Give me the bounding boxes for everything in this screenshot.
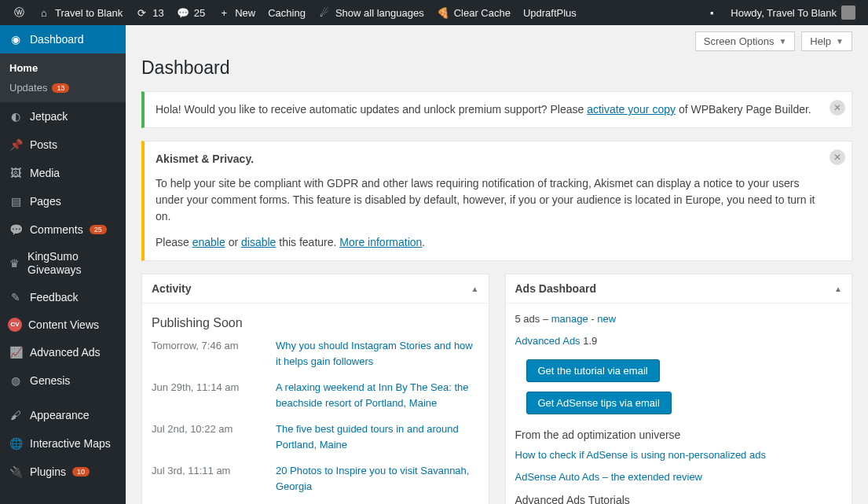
plug-icon: 🔌	[8, 464, 24, 480]
updates-badge: 13	[52, 83, 69, 93]
activity-metabox: Activity ▲ Publishing Soon Tomorrow, 7:4…	[141, 274, 489, 504]
wordpress-icon: ⓦ	[13, 6, 25, 19]
advanced-ads-link[interactable]: Advanced Ads	[515, 335, 580, 347]
ads-manage-link[interactable]: manage	[551, 313, 588, 325]
menu-pages[interactable]: ▤Pages	[0, 187, 126, 215]
refresh-icon: ⟳	[135, 6, 148, 19]
ads-dashboard-title: Ads Dashboard	[515, 282, 596, 295]
dismiss-notice-button[interactable]: ✕	[830, 100, 845, 116]
dismiss-notice-button[interactable]: ✕	[830, 149, 845, 165]
ads-new-link[interactable]: new	[597, 313, 616, 325]
post-link[interactable]: 20 Photos to Inspire you to visit Savann…	[276, 463, 479, 494]
menu-feedback[interactable]: ✎Feedback	[0, 283, 126, 311]
submenu-dashboard: Home Updates13	[0, 53, 126, 102]
menu-plugins[interactable]: 🔌Plugins10	[0, 458, 126, 486]
menu-posts[interactable]: 📌Posts	[0, 131, 126, 159]
akismet-enable-link[interactable]: enable	[192, 236, 225, 248]
ads-dashboard-header[interactable]: Ads Dashboard ▲	[506, 274, 852, 304]
howdy-label: Howdy, Travel To Blank	[731, 7, 837, 19]
caret-down-icon: ▼	[836, 37, 844, 46]
get-tutorial-button[interactable]: Get the tutorial via email	[526, 359, 660, 382]
publishing-soon-heading: Publishing Soon	[152, 316, 479, 330]
notice-wpbakery: Hola! Would you like to receive automati…	[141, 91, 852, 128]
ads-article-link[interactable]: AdSense Auto Ads – the extended review	[515, 471, 703, 483]
post-timestamp: Jul 3rd, 11:11 am	[152, 463, 269, 479]
comments-adminbar[interactable]: 💬25	[170, 0, 211, 25]
feedback-icon: ✎	[8, 289, 24, 305]
wp-logo[interactable]: ⓦ	[6, 0, 31, 25]
post-timestamp: Jul 2nd, 10:22 am	[152, 421, 269, 437]
updraftplus[interactable]: UpdraftPlus	[517, 0, 583, 25]
clear-cache[interactable]: 🍕Clear Cache	[430, 0, 517, 25]
my-account[interactable]: Howdy, Travel To Blank	[724, 0, 862, 25]
ad-optimization-heading: From the ad optimization universe	[515, 429, 843, 441]
notice-akismet: Akismet & Privacy. To help your site be …	[141, 141, 852, 261]
collapse-toggle-icon[interactable]: ▲	[834, 285, 842, 293]
caching-label: Caching	[268, 7, 306, 19]
submenu-home[interactable]: Home	[0, 58, 126, 78]
akismet-disable-link[interactable]: disable	[241, 236, 276, 248]
publishing-soon-item: Jul 3rd, 11:11 am20 Photos to Inspire yo…	[152, 463, 479, 494]
pizza-icon: 🍕	[437, 6, 449, 19]
akismet-more-info-link[interactable]: More information	[339, 236, 422, 248]
comment-icon: 💬	[8, 222, 24, 237]
akismet-heading: Akismet & Privacy.	[156, 151, 822, 167]
chart-icon: 📈	[8, 344, 24, 360]
submenu-updates[interactable]: Updates13	[0, 78, 126, 97]
updates-adminbar[interactable]: ⟳13	[129, 0, 170, 25]
menu-appearance[interactable]: 🖌Appearance	[0, 401, 126, 429]
site-name-label: Travel to Blank	[55, 7, 123, 19]
screen-options-button[interactable]: Screen Options▼	[695, 31, 796, 51]
menu-genesis[interactable]: ◍Genesis	[0, 366, 126, 395]
activate-copy-link[interactable]: activate your copy	[587, 103, 676, 116]
menu-kingsumo[interactable]: ♛KingSumo Giveaways	[0, 244, 126, 283]
new-label: New	[235, 7, 255, 19]
notifications-adminbar[interactable]: ▪	[699, 0, 724, 25]
post-link[interactable]: The five best guided tours in and around…	[276, 421, 479, 452]
post-link[interactable]: Why you should Instagram Stories and how…	[276, 338, 479, 369]
post-link[interactable]: A relaxing weekend at Inn By The Sea: th…	[276, 380, 479, 410]
pages-icon: ▤	[8, 193, 24, 209]
menu-advanced-ads[interactable]: 📈Advanced Ads	[0, 338, 126, 366]
activity-title: Activity	[152, 282, 192, 295]
clear-cache-label: Clear Cache	[454, 7, 511, 19]
admin-sidebar: ◉Dashboard Home Updates13 ◐Jetpack 📌Post…	[0, 25, 126, 504]
main-content: Screen Options▼ Help▼ Dashboard Hola! Wo…	[126, 25, 868, 504]
plugins-badge: 10	[72, 467, 90, 476]
media-icon: 🖼	[8, 165, 24, 181]
menu-interactive-maps[interactable]: 🌐Interactive Maps	[0, 429, 126, 458]
show-lang-label: Show all languages	[335, 7, 424, 19]
menu-dashboard[interactable]: ◉Dashboard	[0, 25, 126, 53]
activity-header[interactable]: Activity ▲	[142, 274, 489, 304]
comments-count: 25	[194, 7, 205, 19]
updraft-label: UpdraftPlus	[523, 7, 577, 19]
publishing-soon-item: Tomorrow, 7:46 amWhy you should Instagra…	[152, 338, 479, 369]
new-content[interactable]: +New	[211, 0, 262, 25]
lang-icon: ☄	[318, 6, 331, 19]
collapse-toggle-icon[interactable]: ▲	[471, 285, 479, 293]
help-button[interactable]: Help▼	[801, 31, 852, 51]
caret-down-icon: ▼	[778, 37, 786, 46]
site-name[interactable]: ⌂Travel to Blank	[31, 0, 129, 25]
get-adsense-tips-button[interactable]: Get AdSense tips via email	[526, 392, 672, 414]
post-timestamp: Tomorrow, 7:46 am	[152, 338, 269, 354]
jetpack-icon: ◐	[8, 109, 24, 124]
menu-jetpack[interactable]: ◐Jetpack	[0, 102, 126, 131]
plus-icon: +	[218, 6, 230, 19]
ads-tutorials-heading: Advanced Ads Tutorials	[515, 494, 843, 504]
kingsumo-icon: ♛	[8, 256, 21, 271]
ads-article-link[interactable]: How to check if AdSense is using non-per…	[515, 449, 766, 461]
menu-dashboard-label: Dashboard	[30, 33, 84, 46]
menu-content-views[interactable]: CVContent Views	[0, 311, 126, 338]
publishing-soon-item: Jul 2nd, 10:22 amThe five best guided to…	[152, 421, 479, 452]
caching[interactable]: Caching	[262, 0, 312, 25]
post-timestamp: Jun 29th, 11:14 am	[152, 380, 269, 395]
akismet-text: To help your site be compliant with GDPR…	[156, 175, 822, 225]
genesis-icon: ◍	[8, 373, 24, 388]
show-languages[interactable]: ☄Show all languages	[312, 0, 430, 25]
menu-comments[interactable]: 💬Comments25	[0, 215, 126, 244]
page-title: Dashboard	[141, 57, 852, 79]
brush-icon: 🖌	[8, 407, 24, 423]
menu-media[interactable]: 🖼Media	[0, 159, 126, 187]
comments-badge: 25	[90, 225, 107, 234]
